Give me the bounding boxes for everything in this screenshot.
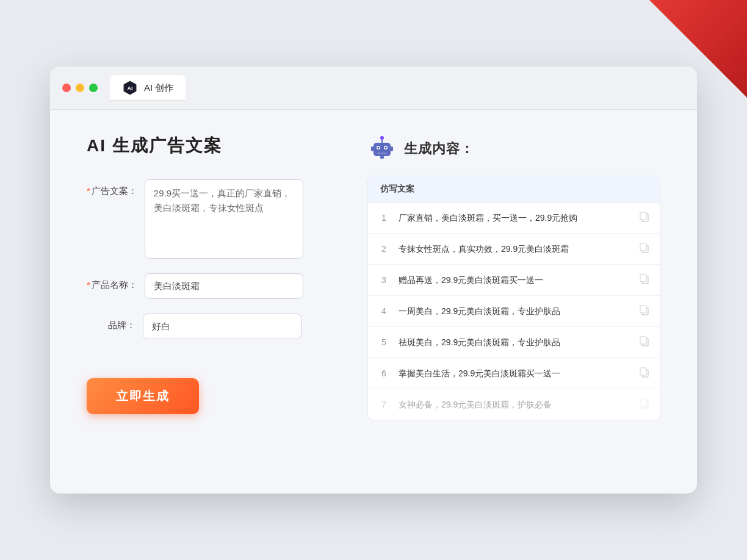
product-name-label: *产品名称： [87, 273, 137, 291]
result-rows: 1厂家直销，美白淡斑霜，买一送一，29.9元抢购 2专抹女性斑点，真实功效，29… [368, 203, 660, 420]
result-header: 生成内容： [367, 134, 660, 163]
copy-icon[interactable] [639, 211, 650, 224]
product-name-input[interactable] [145, 273, 303, 299]
traffic-lights [62, 84, 98, 92]
ad-copy-label: *广告文案： [87, 179, 137, 197]
result-row: 4一周美白，29.9元美白淡斑霜，专业护肤品 [368, 296, 660, 327]
robot-icon [367, 134, 397, 163]
svg-rect-22 [640, 337, 646, 344]
svg-rect-10 [371, 146, 374, 151]
row-number: 1 [378, 213, 390, 223]
browser-window: AI AI 创作 AI 生成广告文案 *广告文案： 29.9买一送一，真正的厂家… [50, 66, 697, 494]
ad-copy-textarea[interactable]: 29.9买一送一，真正的厂家直销，美白淡斑霜，专抹女性斑点 [145, 179, 303, 259]
svg-rect-7 [377, 153, 387, 154]
page-title: AI 生成广告文案 [87, 134, 331, 157]
svg-rect-18 [640, 275, 646, 282]
svg-point-5 [378, 147, 380, 149]
brand-input[interactable] [143, 314, 301, 339]
row-text: 祛斑美白，29.9元美白淡斑霜，专业护肤品 [399, 336, 630, 349]
copy-icon[interactable] [639, 367, 650, 380]
product-name-required-star: * [87, 279, 90, 290]
svg-rect-20 [640, 306, 646, 313]
row-number: 2 [378, 244, 390, 254]
result-row: 7女神必备，29.9元美白淡斑霜，护肤必备 [368, 389, 660, 420]
row-text: 厂家直销，美白淡斑霜，买一送一，29.9元抢购 [399, 212, 630, 224]
svg-rect-12 [380, 156, 384, 159]
row-number: 4 [378, 306, 390, 316]
browser-tab[interactable]: AI AI 创作 [110, 75, 186, 101]
browser-content: AI 生成广告文案 *广告文案： 29.9买一送一，真正的厂家直销，美白淡斑霜，… [50, 110, 697, 445]
row-text: 女神必备，29.9元美白淡斑霜，护肤必备 [399, 398, 630, 411]
svg-point-9 [380, 136, 384, 140]
ai-tab-icon: AI [122, 80, 138, 96]
product-name-row: *产品名称： [87, 273, 331, 299]
row-number: 3 [378, 275, 390, 285]
copy-icon[interactable] [639, 398, 650, 411]
row-text: 一周美白，29.9元美白淡斑霜，专业护肤品 [399, 305, 630, 318]
right-panel: 生成内容： 仿写文案 1厂家直销，美白淡斑霜，买一送一，29.9元抢购 2专抹女… [367, 134, 660, 420]
row-number: 7 [378, 400, 390, 409]
row-number: 6 [378, 368, 390, 378]
copy-icon[interactable] [639, 273, 650, 287]
row-number: 5 [378, 337, 390, 347]
result-row: 5祛斑美白，29.9元美白淡斑霜，专业护肤品 [368, 327, 660, 358]
row-text: 掌握美白生活，29.9元美白淡斑霜买一送一 [399, 367, 630, 380]
tab-label: AI 创作 [144, 82, 173, 94]
result-row: 2专抹女性斑点，真实功效，29.9元美白淡斑霜 [368, 234, 660, 265]
copy-icon[interactable] [639, 242, 650, 256]
traffic-light-maximize[interactable] [89, 84, 98, 92]
generate-button[interactable]: 立即生成 [87, 378, 199, 414]
table-header: 仿写文案 [368, 176, 660, 203]
brand-row: 品牌： [87, 314, 331, 339]
traffic-light-minimize[interactable] [76, 84, 84, 92]
result-title: 生成内容： [404, 140, 474, 158]
browser-titlebar: AI AI 创作 [50, 66, 697, 110]
result-row: 6掌握美白生活，29.9元美白淡斑霜买一送一 [368, 358, 660, 389]
svg-rect-14 [640, 212, 646, 220]
left-panel: AI 生成广告文案 *广告文案： 29.9买一送一，真正的厂家直销，美白淡斑霜，… [87, 134, 331, 420]
row-text: 专抹女性斑点，真实功效，29.9元美白淡斑霜 [399, 243, 630, 256]
ad-copy-required-star: * [87, 185, 90, 196]
ad-copy-row: *广告文案： 29.9买一送一，真正的厂家直销，美白淡斑霜，专抹女性斑点 [87, 179, 331, 259]
copy-icon[interactable] [639, 336, 650, 349]
result-table: 仿写文案 1厂家直销，美白淡斑霜，买一送一，29.9元抢购 2专抹女性斑点，真实… [367, 176, 660, 420]
svg-text:AI: AI [128, 85, 133, 92]
result-row: 3赠品再送，29.9元美白淡斑霜买一送一 [368, 265, 660, 296]
svg-point-6 [385, 147, 387, 149]
result-row: 1厂家直销，美白淡斑霜，买一送一，29.9元抢购 [368, 203, 660, 234]
svg-rect-11 [391, 146, 393, 151]
svg-rect-26 [640, 399, 646, 406]
brand-label: 品牌： [87, 314, 135, 331]
copy-icon[interactable] [639, 304, 650, 318]
traffic-light-close[interactable] [62, 84, 71, 92]
svg-rect-24 [640, 368, 646, 375]
svg-rect-16 [640, 243, 646, 251]
row-text: 赠品再送，29.9元美白淡斑霜买一送一 [399, 274, 630, 287]
